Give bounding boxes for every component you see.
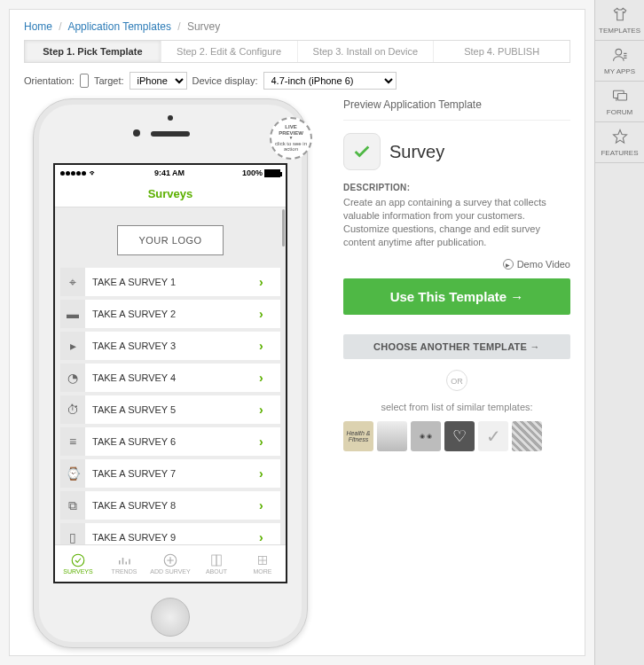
wizard-steps: Step 1. Pick Template Step 2. Edit & Con… [24, 40, 570, 63]
chat-icon [611, 87, 629, 108]
or-divider: OR [446, 370, 467, 391]
survey-row[interactable]: ⌖TAKE A SURVEY 1› [60, 268, 280, 296]
description-label: DESCRIPTION: [343, 183, 570, 192]
breadcrumb-home[interactable]: Home [24, 20, 52, 33]
survey-row-label: TAKE A SURVEY 6 [85, 436, 259, 447]
chevron-right-icon: › [259, 307, 280, 321]
survey-row[interactable]: ⌚TAKE A SURVEY 7› [60, 459, 280, 488]
step-3[interactable]: Step 3. Install on Device [298, 41, 435, 62]
tab-label: SURVEYS [63, 568, 92, 575]
sidebar-label: MY APPS [604, 67, 635, 75]
live-preview-badge[interactable]: LIVEPREVIEW ▼ click to see in action [270, 117, 312, 160]
check-icon [352, 142, 372, 161]
survey-row-label: TAKE A SURVEY 5 [85, 404, 259, 415]
demo-video-link[interactable]: ▶ Demo Video [343, 259, 570, 270]
chevron-right-icon: › [259, 530, 280, 544]
chevron-right-icon: › [259, 466, 280, 481]
timer-icon: ⏱ [60, 395, 85, 424]
tab-add survey[interactable]: ADD SURVEY [147, 545, 193, 582]
logo-placeholder: YOUR LOGO [117, 225, 224, 255]
sidebar-label: FEATURES [601, 149, 638, 157]
step-2[interactable]: Step 2. Edit & Configure [161, 41, 298, 62]
similar-thumb[interactable]: ♡ [444, 421, 475, 451]
orientation-icon[interactable] [80, 74, 89, 88]
target-label: Target: [94, 75, 124, 86]
similar-thumb[interactable] [512, 421, 542, 451]
home-button[interactable] [151, 598, 190, 637]
similar-thumb[interactable]: ✓ [478, 421, 508, 451]
svg-point-0 [72, 554, 84, 567]
breadcrumb-templates[interactable]: Application Templates [67, 20, 171, 33]
survey-row-label: TAKE A SURVEY 2 [85, 309, 259, 319]
survey-row-label: TAKE A SURVEY 4 [85, 372, 259, 383]
building-icon: ▬ [60, 300, 85, 328]
sidebar-forum[interactable]: FORUM [595, 82, 644, 122]
chevron-right-icon: › [259, 371, 280, 385]
svg-rect-7 [617, 94, 626, 101]
app-header: Surveys [55, 181, 286, 207]
similar-thumb[interactable]: ◉ ◉ [411, 421, 441, 451]
video-icon: ▸ [60, 332, 85, 360]
survey-row[interactable]: ◔TAKE A SURVEY 4› [60, 364, 280, 392]
svg-rect-2 [212, 555, 216, 566]
panel-title: Preview Application Template [343, 98, 570, 121]
target-select[interactable]: iPhone [130, 72, 187, 90]
similar-templates: Health &Fitness ◉ ◉ ♡ ✓ [343, 421, 570, 451]
app-body: YOUR LOGO ⌖TAKE A SURVEY 1›▬TAKE A SURVE… [55, 207, 286, 544]
grid-icon [255, 552, 271, 568]
survey-row-label: TAKE A SURVEY 3 [85, 340, 259, 351]
scrollbar[interactable] [282, 209, 285, 246]
survey-row-label: TAKE A SURVEY 7 [85, 468, 259, 479]
duplicate-icon: ⧉ [60, 491, 85, 520]
similar-thumb[interactable] [377, 421, 407, 451]
survey-row[interactable]: ≡TAKE A SURVEY 6› [60, 427, 280, 456]
bars-icon [116, 552, 132, 568]
survey-row[interactable]: ▯TAKE A SURVEY 9› [60, 523, 280, 544]
check-circle-icon [70, 552, 86, 568]
signal-icon: ᯤ [60, 169, 97, 177]
similar-thumb[interactable]: Health &Fitness [343, 421, 373, 451]
device-controls: Orientation: Target: iPhone Device displ… [24, 72, 570, 90]
step-4[interactable]: Step 4. PUBLISH [434, 41, 569, 62]
similar-label: select from list of similar templates: [343, 402, 570, 412]
orientation-label: Orientation: [24, 75, 75, 86]
survey-row-label: TAKE A SURVEY 1 [85, 277, 259, 287]
battery-icon: 100% [242, 168, 280, 177]
sidebar-templates[interactable]: TEMPLATES [595, 0, 644, 41]
survey-row[interactable]: ⧉TAKE A SURVEY 8› [60, 491, 280, 520]
tab-surveys[interactable]: SURVEYS [55, 545, 101, 582]
status-bar: ᯤ 9:41 AM 100% [55, 165, 286, 181]
arrow-right-icon: → [510, 289, 523, 304]
bell-icon: ◔ [60, 364, 85, 392]
tab-label: TRENDS [112, 568, 137, 575]
phone-mockup: LIVEPREVIEW ▼ click to see in action ᯤ 9… [33, 98, 308, 648]
svg-rect-3 [216, 555, 221, 566]
survey-row[interactable]: ⏱TAKE A SURVEY 5› [60, 395, 280, 424]
survey-row[interactable]: ▸TAKE A SURVEY 3› [60, 332, 280, 360]
sidebar-features[interactable]: FEATURES [595, 122, 644, 163]
chevron-right-icon: › [259, 403, 280, 417]
camera-icon: ⌖ [60, 268, 85, 296]
use-template-button[interactable]: Use This Template → [343, 278, 570, 315]
sidebar-my-apps[interactable]: MY APPS [595, 41, 644, 82]
display-select[interactable]: 4.7-inch (iPhone 6) [263, 72, 397, 90]
tab-bar: SURVEYSTRENDSADD SURVEYABOUTMORE [55, 544, 286, 582]
tab-trends[interactable]: TRENDS [101, 545, 147, 582]
chevron-right-icon: › [259, 434, 280, 449]
tab-label: ABOUT [206, 568, 227, 575]
star-icon [611, 128, 629, 149]
svg-point-5 [616, 49, 622, 55]
chevron-right-icon: › [259, 498, 280, 512]
breadcrumb-current: Survey [187, 20, 220, 33]
description-text: Create an app containing a survey that c… [343, 196, 570, 248]
survey-row[interactable]: ▬TAKE A SURVEY 2› [60, 300, 280, 328]
right-sidebar: TEMPLATESMY APPSFORUMFEATURES [594, 0, 644, 665]
book-icon [208, 552, 224, 568]
sidebar-label: FORUM [607, 108, 632, 116]
tab-about[interactable]: ABOUT [193, 545, 240, 582]
tab-more[interactable]: MORE [240, 545, 286, 582]
template-icon [343, 133, 381, 170]
choose-another-button[interactable]: CHOOSE ANOTHER TEMPLATE → [343, 334, 570, 359]
step-1[interactable]: Step 1. Pick Template [25, 41, 161, 62]
chevron-right-icon: › [259, 339, 280, 353]
